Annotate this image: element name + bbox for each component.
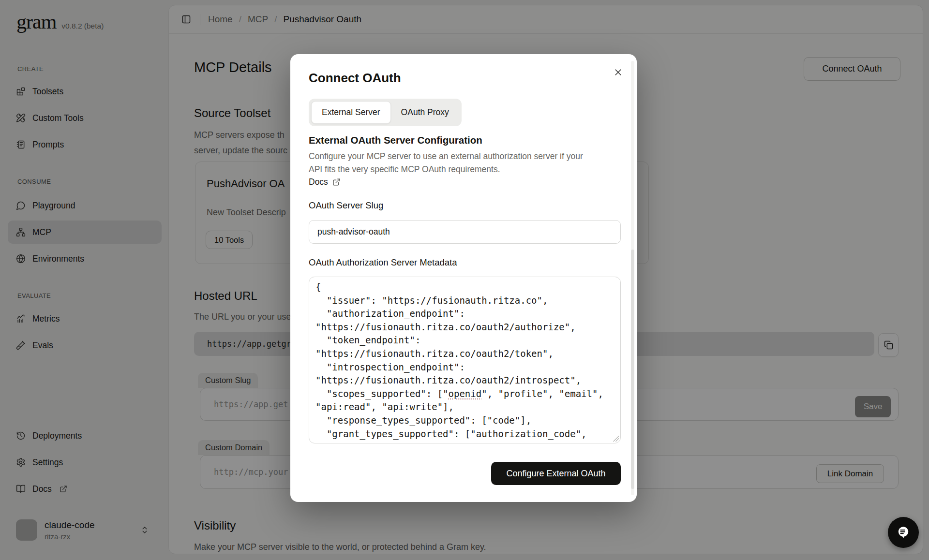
oauth-server-slug-input[interactable] — [309, 220, 621, 244]
docs-link[interactable]: Docs — [309, 177, 341, 187]
chat-bubble-icon — [895, 524, 912, 541]
modal-scrollbar — [631, 61, 634, 495]
oauth-server-slug-label: OAuth Server Slug — [309, 200, 383, 211]
metadata-json-content[interactable]: { "issuer": "https://fusionauth.ritza.co… — [309, 277, 620, 443]
tab-external-server[interactable]: External Server — [311, 101, 391, 124]
close-button[interactable] — [611, 65, 625, 79]
modal-scrollbar-thumb[interactable] — [631, 250, 634, 489]
modal-description-line2: API fits the very specific MCP OAuth req… — [309, 164, 618, 175]
external-link-icon — [332, 178, 341, 186]
textarea-resize-handle[interactable] — [613, 435, 619, 442]
modal-title: Connect OAuth — [309, 71, 401, 86]
docs-link-label: Docs — [309, 177, 328, 187]
external-oauth-config-heading: External OAuth Server Configuration — [309, 134, 482, 146]
connect-oauth-modal: Connect OAuth External Server OAuth Prox… — [290, 54, 637, 502]
metadata-label: OAuth Authorization Server Metadata — [309, 257, 457, 268]
modal-description-line1: Configure your MCP server to use an exte… — [309, 151, 618, 162]
metadata-textarea[interactable]: { "issuer": "https://fusionauth.ritza.co… — [309, 277, 621, 443]
configure-external-oauth-button[interactable]: Configure External OAuth — [491, 462, 621, 485]
oauth-mode-tabs: External Server OAuth Proxy — [309, 99, 462, 126]
tab-oauth-proxy[interactable]: OAuth Proxy — [391, 101, 459, 124]
close-icon — [613, 67, 623, 77]
chat-widget-button[interactable] — [888, 517, 919, 548]
